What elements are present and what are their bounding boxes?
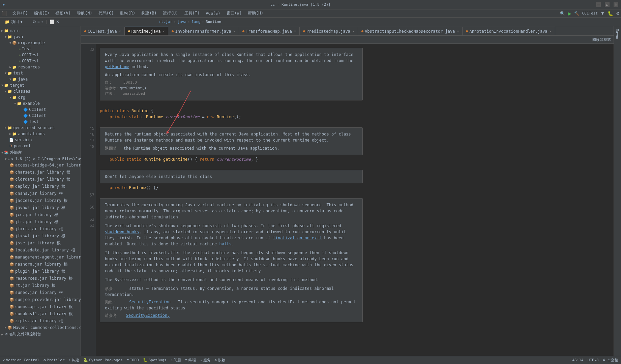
tree-item-access-bridge[interactable]: 📦 access-bridge-64.jar library 根 <box>0 162 81 169</box>
tab-runtime[interactable]: Runtime.java ✕ <box>125 27 169 35</box>
menu-help[interactable]: 帮助(H) <box>245 10 266 17</box>
menu-refactor[interactable]: 重构(R) <box>117 10 138 17</box>
tree-item-test-class[interactable]: 🔷 Test <box>0 119 81 125</box>
sort-nav-btn[interactable]: ↕ <box>41 20 43 24</box>
tree-item-main[interactable]: ▶ 📁 main <box>0 28 81 34</box>
tree-item-localedata[interactable]: 📦 localedata.jar library 根 <box>0 247 81 254</box>
close-button[interactable]: ✕ <box>614 2 618 7</box>
close-tab-icon[interactable]: ✕ <box>233 29 235 33</box>
tree-item-zipfs[interactable]: 📦 zipfs.jar library 根 <box>0 317 81 325</box>
tree-item-mgmt-agent[interactable]: 📦 management-agent.jar library 根 <box>0 254 81 261</box>
tree-item-pomxml[interactable]: 🗋 pom.xml <box>0 143 81 149</box>
tree-item-resources[interactable]: 📦 resources.jar library 根 <box>0 275 81 282</box>
tree-item-cc1test[interactable]: ☕ CC1Test <box>0 52 81 58</box>
tree-item-classes[interactable]: ▼ 📁 classes <box>0 88 81 94</box>
menu-code[interactable]: 代码(C) <box>96 10 117 17</box>
debug-button[interactable]: 🐛 <box>608 11 613 16</box>
finalization-link[interactable]: finalization-on-exit <box>273 236 322 240</box>
breadcrumb-lang[interactable]: lang <box>191 20 201 24</box>
shutdown-hooks-link[interactable]: shutdown hooks <box>105 230 139 234</box>
code-content[interactable]: Every Java application has a single inst… <box>96 44 614 356</box>
tree-item-plugin[interactable]: 📦 plugin.jar library 根 <box>0 268 81 275</box>
tab-cc1test[interactable]: CC1Test.java ✕ <box>81 27 125 35</box>
tree-item-nashorn[interactable]: 📦 nashorn.jar library 根 <box>0 261 81 268</box>
close-tab-icon[interactable]: ✕ <box>457 29 459 33</box>
python-packages-item[interactable]: 🐍 Python Packages <box>83 358 122 362</box>
project-dropdown[interactable]: ▼ <box>21 20 22 24</box>
menu-tools[interactable]: 工具(T) <box>182 10 203 17</box>
encoding-label[interactable]: UTF-8 <box>588 358 599 362</box>
tree-item-sunec[interactable]: 📦 sunec.jar library 根 <box>0 289 81 296</box>
tree-item-org[interactable]: ▼ 📁 org <box>0 94 81 100</box>
maximize-button[interactable]: □ <box>605 2 610 7</box>
collapse-btn[interactable]: ⬜ <box>50 20 55 24</box>
version-control-item[interactable]: ✓ Version Control <box>3 358 39 362</box>
tree-item-scratch[interactable]: ▶ 🖥 临时文件和控制台 <box>0 331 81 338</box>
menu-navigate[interactable]: 导航(N) <box>74 10 95 17</box>
settings-button[interactable]: ⚙ <box>616 11 620 16</box>
tree-item-javaws[interactable]: 📦 javaws.jar library 根 <box>0 204 81 211</box>
tree-item-maven-commons[interactable]: ▶ 📦 Maven: commons-collections:commo <box>0 325 81 331</box>
tree-item-cldrdata[interactable]: 📦 cldrdata.jar library 根 <box>0 176 81 183</box>
tree-item-jce[interactable]: 📦 jce.jar library 根 <box>0 211 81 218</box>
tree-item-sunmscapi[interactable]: 📦 sunmscapi.jar library 根 <box>0 303 81 310</box>
menu-vcs[interactable]: VCS(S) <box>203 10 223 17</box>
tree-item-example[interactable]: ▼ 📁 example <box>0 100 81 107</box>
gear-nav-btn[interactable]: ⚙ <box>32 20 36 24</box>
tree-item-charsets[interactable]: 📦 charsets.jar library 根 <box>0 169 81 176</box>
tree-item-external-libs[interactable]: ▼ 📚 外部库 <box>0 149 81 156</box>
profiler-item[interactable]: ⚙ Profiler <box>43 358 65 362</box>
breadcrumb-runtime[interactable]: Runtime <box>206 20 221 24</box>
halts-link[interactable]: halts <box>219 242 232 246</box>
security-exception-link[interactable]: SecurityException <box>129 300 171 304</box>
menu-window[interactable]: 窗口(W) <box>224 10 245 17</box>
menu-run[interactable]: 运行(U) <box>160 10 181 17</box>
spotbugs-item[interactable]: 🐛 SpotBugs <box>143 358 167 362</box>
run-button[interactable]: ▶ <box>568 11 571 16</box>
indent-label[interactable]: 4 个空格 <box>603 358 618 363</box>
tree-item-rtjar[interactable]: 📦 rt.jar library 根 <box>0 282 81 289</box>
tab-predicatedmap[interactable]: PredicatedMap.java ✕ <box>300 27 358 35</box>
tree-item-generated-sources[interactable]: ▶ 📁 generated-sources <box>0 125 81 131</box>
tree-item-serbin[interactable]: 📄 ser.bin <box>0 137 81 143</box>
menu-view[interactable]: 视图(V) <box>53 10 73 17</box>
tree-item-org-example[interactable]: ▼ 📦 org.example <box>0 40 81 46</box>
breadcrumb-rtjar[interactable]: rt.jar <box>159 20 173 24</box>
minimize-button[interactable]: — <box>596 2 601 7</box>
terminal-item[interactable]: ≡ 终端 <box>185 358 196 363</box>
tree-item-deploy[interactable]: 📦 deploy.jar library 根 <box>0 183 81 190</box>
tree-item-jdk[interactable]: ▼ ☕ < 1.8 (2) > C:\Program Files\Java\jd… <box>0 156 81 162</box>
tab-abstract[interactable]: AbstractInputCheckedMapDecorator.java ✕ <box>358 27 463 35</box>
tree-item-annotations[interactable]: ▶ 📁 annotations <box>0 131 81 137</box>
menu-edit[interactable]: 编辑(E) <box>31 10 52 17</box>
search-everywhere-btn[interactable]: 🔍 <box>560 11 565 16</box>
breadcrumb-java[interactable]: java <box>177 20 186 24</box>
tree-item-cc1test-class[interactable]: 🔷 CC1Test <box>0 107 81 113</box>
close-tab-icon[interactable]: ✕ <box>294 29 296 33</box>
tab-transformedmap[interactable]: TransformedMap.java ✕ <box>239 27 300 35</box>
tree-item-sunjce[interactable]: 📦 sunjce_provider.jar library 根 <box>0 296 81 303</box>
todo-item[interactable]: ≡ TODO <box>127 358 139 362</box>
close-tab-icon[interactable]: ✕ <box>550 29 552 33</box>
close-tab-icon[interactable]: ✕ <box>119 29 121 33</box>
build-item[interactable]: ↑ 构建 <box>69 358 80 363</box>
hide-btn[interactable]: ✕ <box>56 20 59 24</box>
security-exception-see-link[interactable]: SecurityException, <box>126 313 170 318</box>
close-tab-icon[interactable]: ✕ <box>162 29 165 33</box>
tree-item-dnsns[interactable]: 📦 dnsns.jar library 根 <box>0 190 81 197</box>
tree-item-resources[interactable]: ▶ 📁 resources <box>0 64 81 70</box>
close-tab-icon[interactable]: ✕ <box>352 29 354 33</box>
tab-invoker[interactable]: InvokerTransformer.java ✕ <box>168 27 239 35</box>
tree-item-java[interactable]: ▼ 📁 java <box>0 34 81 40</box>
getruntime-see-link[interactable]: getRuntime() <box>120 86 146 90</box>
tree-item-jfxswt[interactable]: 📦 jfxswt.jar library 根 <box>0 233 81 240</box>
menu-file[interactable]: 文件(F) <box>10 10 31 17</box>
run-config-dropdown[interactable]: ▼ <box>600 11 605 16</box>
tree-item-jfr[interactable]: 📦 jfr.jar library 根 <box>0 218 81 225</box>
tree-item-cc3test[interactable]: ☕ CC3Test <box>0 58 81 64</box>
problems-item[interactable]: ⚠ 问题 <box>171 358 181 363</box>
tree-item-test[interactable]: ☕ Test <box>0 46 81 52</box>
menu-build[interactable]: 构建(B) <box>139 10 159 17</box>
tree-item-jaccess[interactable]: 📦 jaccess.jar library 根 <box>0 197 81 204</box>
services-item[interactable]: ☁ 服务 <box>200 358 211 363</box>
